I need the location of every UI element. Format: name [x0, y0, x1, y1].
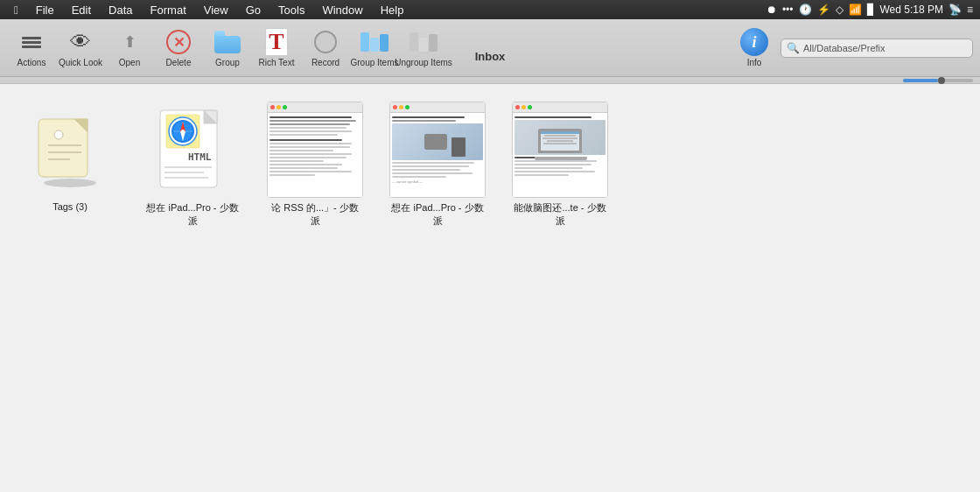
menubar-datetime: Wed 5:18 PM	[880, 4, 943, 16]
zoom-slider[interactable]	[903, 79, 973, 82]
group-label: Group	[215, 58, 240, 67]
ungroupitems-label: Ungroup Items	[395, 58, 452, 67]
menubar-window[interactable]: Window	[315, 0, 369, 19]
search-icon: 🔍	[787, 42, 800, 54]
menubar-dots: •••	[782, 4, 794, 16]
webpage-laptop-thumbnail	[512, 102, 608, 198]
menubar-wifi-icon: 📡	[948, 4, 962, 16]
item-label: 想在 iPad...Pro - 少数派	[389, 201, 486, 228]
group-button[interactable]: Group	[203, 24, 252, 73]
menubar-battery-icon: ▊	[867, 4, 875, 16]
menubar-menu-icon: ≡	[967, 4, 973, 16]
slider-bar	[0, 77, 980, 84]
groupitems-button[interactable]: Group Items	[350, 24, 399, 73]
html-file-icon: HTML	[156, 106, 230, 193]
group-icon	[214, 28, 242, 56]
groupitems-label: Group Items	[350, 58, 398, 67]
actions-label: Actions	[18, 58, 46, 67]
menubar-tools[interactable]: Tools	[271, 0, 312, 19]
menubar-data[interactable]: Data	[102, 0, 139, 19]
menubar-dropbox-icon: ◇	[836, 4, 844, 16]
list-item[interactable]: — cursor symbol — 想在 iPad...Pro - 少数派	[385, 102, 490, 228]
item-label: 能做脑图还...te - 少数派	[512, 201, 608, 228]
info-icon: i	[740, 28, 768, 56]
quicklook-label: Quick Look	[59, 58, 102, 67]
delete-label: Delete	[166, 58, 192, 67]
list-item[interactable]: 论 RSS 的...」- 少数派	[262, 102, 368, 228]
menubar-signal-icon: 📶	[849, 4, 862, 16]
slider-thumb	[938, 77, 945, 84]
open-button[interactable]: ⬆ Open	[105, 24, 154, 73]
record-status-icon: ⏺	[766, 4, 777, 16]
open-icon: ⬆	[116, 28, 144, 56]
quicklook-button[interactable]: 👁 Quick Look	[56, 24, 105, 73]
menubar-lightning-icon: ⚡	[817, 4, 830, 16]
richtext-label: Rich Text	[259, 58, 295, 67]
actions-icon	[18, 28, 46, 56]
menubar-help[interactable]: Help	[374, 0, 411, 19]
menubar-apple[interactable]: 	[7, 0, 25, 19]
actions-button[interactable]: Actions	[7, 24, 56, 73]
search-box[interactable]: 🔍 All/Database/Prefix	[780, 39, 973, 58]
item-label: 想在 iPad...Pro - 少数派	[144, 201, 241, 228]
info-button[interactable]: i Info	[735, 28, 774, 67]
webpage-header	[513, 102, 607, 113]
richtext-icon: T	[262, 28, 290, 56]
webpage-header	[268, 102, 362, 113]
svg-point-1	[54, 130, 63, 139]
webpage-body: — cursor symbol —	[390, 113, 485, 197]
menubar-edit[interactable]: Edit	[65, 0, 98, 19]
webpage-photo-thumbnail: — cursor symbol —	[389, 102, 486, 198]
record-button[interactable]: Record	[301, 24, 350, 73]
record-label: Record	[312, 58, 340, 67]
webpage-text-thumbnail	[267, 102, 363, 198]
menubar-format[interactable]: Format	[144, 0, 193, 19]
menubar-go[interactable]: Go	[239, 0, 268, 19]
ungroupitems-icon	[410, 28, 438, 56]
record-icon	[312, 28, 340, 56]
toolbar: Inbox Actions 👁 Quick Look ⬆ Open ✕	[0, 19, 980, 77]
menubar-file[interactable]: File	[29, 0, 61, 19]
groupitems-icon	[360, 28, 388, 56]
delete-icon: ✕	[164, 28, 192, 56]
menubar-clock-icon: 🕐	[799, 4, 812, 16]
item-label: Tags (3)	[52, 201, 88, 212]
delete-button[interactable]: ✕ Delete	[154, 24, 203, 73]
slider-fill	[903, 79, 938, 82]
toolbar-right: i Info 🔍 All/Database/Prefix	[735, 28, 973, 67]
svg-point-15	[181, 130, 185, 133]
html-thumbnail: HTML	[144, 102, 241, 198]
webpage-header	[390, 102, 485, 113]
ungroupitems-button[interactable]: Ungroup Items	[399, 24, 448, 73]
quicklook-icon: 👁	[66, 28, 94, 56]
open-label: Open	[119, 58, 140, 67]
toolbar-title: Inbox	[475, 50, 506, 63]
webpage-body	[513, 113, 607, 197]
svg-point-0	[44, 179, 96, 187]
menubar:  File Edit Data Format View Go Tools Wi…	[0, 0, 980, 19]
list-item[interactable]: HTML 想在 iPad...Pro - 少数派	[140, 102, 245, 228]
content-area: Tags (3)	[0, 84, 980, 492]
menubar-right: ⏺ ••• 🕐 ⚡ ◇ 📶 ▊ Wed 5:18 PM 📡 ≡	[766, 4, 973, 16]
svg-text:HTML: HTML	[188, 151, 212, 163]
list-item[interactable]: Tags (3)	[18, 102, 122, 228]
richtext-button[interactable]: T Rich Text	[252, 24, 301, 73]
info-label: Info	[747, 58, 762, 67]
menubar-view[interactable]: View	[197, 0, 235, 19]
list-item[interactable]: 能做脑图还...te - 少数派	[508, 102, 612, 228]
tag-icon	[31, 110, 109, 189]
search-input-text: All/Database/Prefix	[803, 43, 967, 53]
webpage-body	[268, 113, 362, 197]
tags-thumbnail	[22, 102, 118, 198]
item-label: 论 RSS 的...」- 少数派	[267, 201, 363, 228]
